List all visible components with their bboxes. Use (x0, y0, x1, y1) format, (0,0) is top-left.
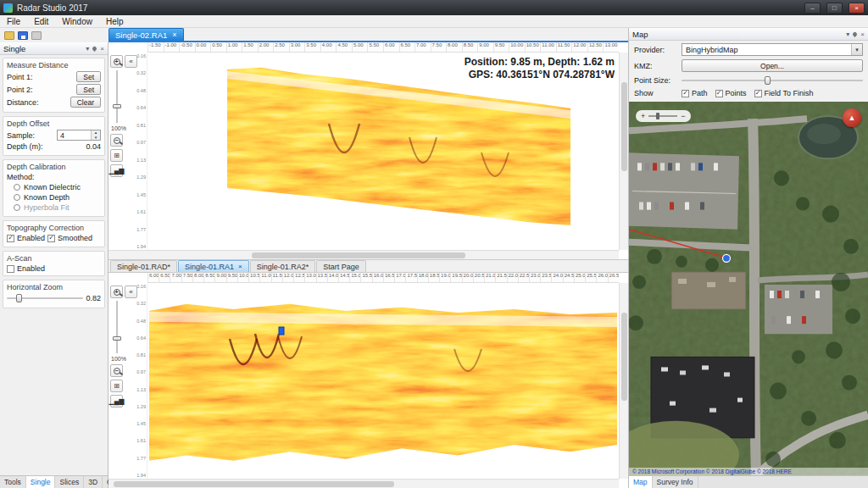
tab-single-01-rad[interactable]: Single-01.RAD* (110, 260, 177, 272)
menu-window[interactable]: Window (55, 15, 99, 27)
point1-set-button[interactable]: Set (76, 71, 101, 82)
grid-toggle-button[interactable]: ⊞ (110, 380, 123, 392)
radio-icon[interactable] (14, 184, 20, 191)
checkbox-icon[interactable]: ✓ (7, 235, 14, 242)
panel-menu-icon[interactable]: ▾ (846, 30, 849, 38)
ruler-tick: 22.00 (507, 273, 518, 282)
maximize-button[interactable]: □ (826, 3, 843, 14)
compass-icon[interactable]: ▲ (843, 108, 861, 127)
panel-tab[interactable]: Single (26, 476, 56, 488)
scrollbar-thumb[interactable] (621, 313, 627, 401)
minimize-button[interactable]: – (804, 3, 821, 14)
scrollbar-thumb[interactable] (621, 82, 627, 171)
export-icon[interactable] (31, 31, 42, 40)
show-option-checkbox[interactable]: ✓Path (682, 89, 708, 97)
horizontal-zoom-slider[interactable] (7, 293, 83, 303)
radio-known-dielectric[interactable]: Known Dielectric (14, 183, 101, 191)
vertical-zoom-slider[interactable] (110, 301, 123, 353)
collapse-tools-button[interactable]: « (125, 55, 137, 68)
pin-icon[interactable] (852, 30, 858, 36)
ascan-enabled-checkbox[interactable]: Enabled (7, 264, 101, 273)
slider-thumb[interactable] (113, 104, 121, 108)
sample-stepper[interactable]: 4 ▴ ▾ (57, 130, 101, 141)
gain-chart-button[interactable]: ▁▄▆ (110, 164, 123, 177)
ruler-tick: 10.50 (248, 273, 259, 282)
map-view[interactable]: + − ▲ © 2018 Microsoft Corporation © 201… (629, 102, 868, 475)
radargram-image-bottom[interactable] (149, 290, 617, 466)
chevron-down-icon[interactable]: ▾ (851, 44, 862, 55)
checkbox-icon[interactable]: ✓ (715, 90, 723, 97)
horizontal-scrollbar-bottom[interactable] (108, 479, 619, 488)
panel-tab[interactable]: Map (629, 476, 653, 488)
menu-file[interactable]: File (0, 15, 27, 27)
point-size-slider[interactable] (682, 75, 863, 86)
checkbox-icon[interactable]: ✓ (754, 90, 762, 97)
map-zoom-control[interactable]: + − (636, 110, 691, 122)
vertical-zoom-slider[interactable] (110, 70, 123, 123)
zoom-out-button[interactable]: − (110, 134, 123, 147)
radio-icon[interactable] (14, 194, 20, 201)
ruler-tick: 9.50 (226, 273, 237, 282)
tab-start-page[interactable]: Start Page (316, 260, 366, 272)
menu-bar: File Edit Window Help (0, 15, 868, 28)
panel-menu-icon[interactable]: ▾ (86, 45, 89, 53)
depth-offset-group: Depth Offset Sample: 4 ▴ ▾ Depth (m): (3, 116, 105, 156)
topography-smoothed-checkbox[interactable]: ✓ Smoothed (47, 234, 92, 242)
ruler-tick: 16.50 (383, 273, 394, 282)
zoom-in-button[interactable]: + (110, 55, 123, 68)
ruler-tick: 9.00 (214, 273, 225, 282)
topography-enabled-checkbox[interactable]: ✓ Enabled (7, 234, 45, 242)
slider-thumb[interactable] (16, 294, 22, 302)
kmz-open-button[interactable]: Open... (682, 59, 863, 72)
panel-close-icon[interactable]: × (100, 45, 104, 53)
horizontal-scrollbar-top[interactable] (108, 250, 619, 259)
slider-thumb[interactable] (113, 336, 121, 341)
pin-icon[interactable] (92, 45, 97, 51)
zoom-out-button[interactable]: − (110, 364, 123, 377)
ruler-tick: 11.00 (540, 42, 556, 52)
provider-select[interactable]: BingHybridMap ▾ (682, 43, 863, 56)
panel-tab[interactable]: 3D (84, 476, 103, 488)
map-zoom-in-icon[interactable]: + (641, 112, 645, 120)
gain-chart-button[interactable]: ▁▄▆ (110, 395, 123, 408)
show-option-checkbox[interactable]: ✓Field To Finish (754, 89, 814, 97)
tab-single-02-ra1[interactable]: Single-02.RA1 × (108, 28, 184, 41)
tab-close-icon[interactable]: × (172, 31, 176, 39)
show-option-checkbox[interactable]: ✓Points (715, 89, 747, 97)
show-options: ✓Path✓Points✓Field To Finish (682, 89, 863, 97)
distance-clear-button[interactable]: Clear (70, 97, 101, 108)
menu-edit[interactable]: Edit (27, 15, 55, 27)
scrollbar-thumb[interactable] (252, 252, 466, 258)
collapse-tools-button[interactable]: « (125, 286, 137, 298)
panel-tab[interactable]: Slices (55, 476, 84, 488)
open-file-icon[interactable] (4, 31, 14, 40)
radio-known-depth[interactable]: Known Depth (14, 193, 101, 202)
spinner-down-icon[interactable]: ▾ (92, 136, 100, 141)
tab-single-01-ra2[interactable]: Single-01.RA2* (250, 260, 316, 272)
tab-close-icon[interactable]: × (238, 263, 242, 270)
point2-set-button[interactable]: Set (76, 84, 101, 95)
tab-single-01-ra1[interactable]: Single-01.RA1× (178, 260, 249, 272)
scrollbar-thumb[interactable] (114, 481, 394, 487)
zoom-in-button[interactable]: + (110, 286, 123, 298)
map-zoom-out-icon[interactable]: − (681, 112, 685, 120)
panel-close-icon[interactable]: × (860, 30, 865, 38)
vertical-scrollbar-bottom[interactable] (619, 283, 628, 479)
ruler-tick: 7.00 (415, 42, 431, 52)
grid-toggle-button[interactable]: ⊞ (110, 149, 123, 162)
panel-tab[interactable]: Survey Info (653, 476, 698, 488)
radargram-image-top[interactable] (227, 64, 570, 227)
radio-label: Hyperbola Fit (24, 203, 70, 212)
checkbox-icon[interactable]: ✓ (47, 235, 55, 242)
horizontal-zoom-value: 0.82 (86, 294, 101, 302)
slider-thumb[interactable] (765, 76, 771, 85)
vertical-scrollbar-top[interactable] (619, 53, 628, 250)
checkbox-icon[interactable]: ✓ (682, 90, 689, 97)
checkbox-icon[interactable] (7, 265, 14, 273)
map-zoom-thumb[interactable] (656, 113, 659, 119)
zoom-in-icon: + (114, 289, 120, 296)
panel-tab[interactable]: Tools (0, 476, 26, 488)
menu-help[interactable]: Help (99, 15, 131, 27)
close-button[interactable]: × (849, 3, 865, 14)
save-icon[interactable] (18, 31, 28, 40)
